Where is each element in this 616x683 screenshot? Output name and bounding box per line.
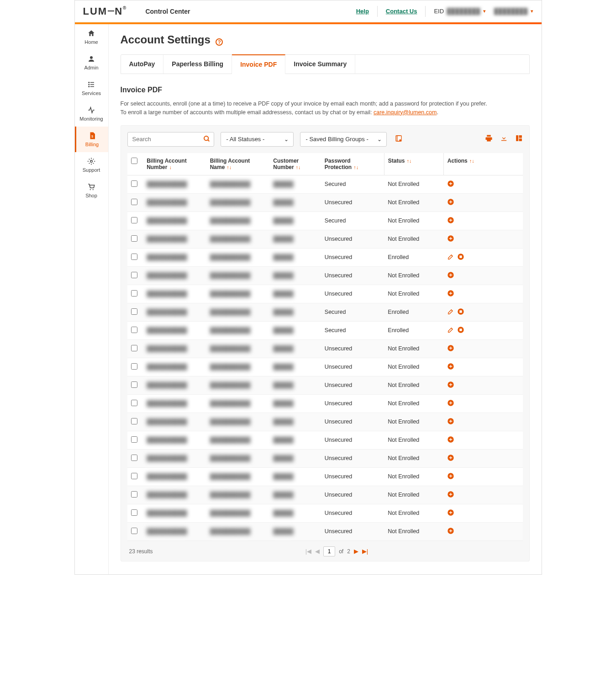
cust-cell: █████ — [273, 400, 293, 407]
group-filter[interactable]: - Saved Billing Groups - ⌄ — [300, 132, 387, 147]
sidebar-item-monitoring[interactable]: Monitoring — [75, 101, 108, 127]
row-checkbox[interactable] — [131, 363, 137, 370]
svg-rect-18 — [519, 138, 521, 141]
column-label: Billing Account Number — [147, 158, 187, 170]
column-header[interactable]: Actions↑↓ — [443, 153, 522, 175]
email-link[interactable]: care.inquiry@lumen.com — [374, 109, 437, 116]
select-all-checkbox[interactable] — [131, 158, 137, 164]
row-checkbox[interactable] — [131, 509, 137, 516]
prev-page-button[interactable]: ◀ — [315, 548, 320, 555]
sidebar-item-shop[interactable]: Shop — [75, 178, 108, 203]
row-checkbox[interactable] — [131, 254, 137, 260]
actions-cell — [443, 321, 522, 339]
print-icon[interactable] — [485, 134, 493, 144]
row-checkbox[interactable] — [131, 473, 137, 479]
row-checkbox[interactable] — [131, 491, 137, 498]
search-icon[interactable] — [203, 135, 211, 144]
column-header[interactable]: Status↑↓ — [384, 153, 443, 175]
table-panel: - All Statuses - ⌄ - Saved Billing Group… — [121, 125, 530, 561]
columns-icon[interactable] — [515, 134, 523, 144]
sidebar-item-label: Billing — [85, 142, 99, 147]
unenroll-icon[interactable] — [457, 308, 464, 315]
row-checkbox[interactable] — [131, 180, 137, 187]
last-page-button[interactable]: ▶| — [362, 548, 368, 555]
user-menu[interactable]: ████████ ▾ — [494, 8, 533, 15]
column-header[interactable]: Billing Account Name↑↓ — [206, 153, 270, 175]
add-icon[interactable] — [447, 472, 454, 480]
add-icon[interactable] — [447, 198, 454, 206]
name-cell: ██████████ — [210, 181, 251, 187]
status-cell: Enrolled — [384, 303, 443, 321]
tab-paperless-billing[interactable]: Paperless Billing — [163, 55, 232, 74]
row-checkbox[interactable] — [131, 327, 137, 333]
add-icon[interactable] — [447, 235, 454, 242]
row-checkbox[interactable] — [131, 272, 137, 278]
sidebar-item-support[interactable]: Support — [75, 152, 108, 178]
add-icon[interactable] — [447, 436, 454, 443]
actions-cell — [443, 248, 522, 266]
tab-autopay[interactable]: AutoPay — [121, 55, 164, 74]
column-header[interactable]: Billing Account Number↓ — [143, 153, 206, 175]
add-icon[interactable] — [447, 344, 454, 352]
sidebar-item-home[interactable]: Home — [75, 24, 108, 50]
eid-menu[interactable]: EID ████████ ▾ — [434, 8, 485, 15]
add-icon[interactable] — [447, 290, 454, 297]
column-header[interactable]: Customer Number↑↓ — [269, 153, 321, 175]
row-checkbox[interactable] — [131, 308, 137, 315]
row-checkbox[interactable] — [131, 418, 137, 424]
help-link[interactable]: Help — [356, 8, 369, 15]
add-icon[interactable] — [447, 363, 454, 370]
save-group-icon[interactable] — [395, 135, 402, 144]
ban-cell: ██████████ — [147, 455, 187, 461]
row-checkbox[interactable] — [131, 345, 137, 351]
status-cell: Not Enrolled — [384, 175, 443, 193]
add-icon[interactable] — [447, 527, 454, 535]
status-filter[interactable]: - All Statuses - ⌄ — [221, 132, 294, 147]
row-checkbox[interactable] — [131, 455, 137, 461]
ban-cell: ██████████ — [147, 528, 187, 535]
user-name: ████████ — [494, 8, 528, 15]
add-icon[interactable] — [447, 454, 454, 461]
add-icon[interactable] — [447, 271, 454, 279]
add-icon[interactable] — [447, 180, 454, 187]
tab-invoice-summary[interactable]: Invoice Summary — [285, 55, 355, 74]
status-cell: Not Enrolled — [384, 339, 443, 358]
add-icon[interactable] — [447, 399, 454, 407]
ban-cell: ██████████ — [147, 473, 187, 480]
row-checkbox[interactable] — [131, 235, 137, 242]
row-checkbox[interactable] — [131, 217, 137, 223]
download-icon[interactable] — [500, 134, 508, 144]
edit-icon[interactable] — [447, 253, 454, 260]
search-input[interactable] — [127, 132, 214, 147]
add-icon[interactable] — [447, 509, 454, 516]
password-cell: Unsecured — [321, 285, 384, 303]
unenroll-icon[interactable] — [457, 326, 464, 334]
cust-cell: █████ — [273, 455, 293, 461]
contact-link[interactable]: Contact Us — [386, 8, 417, 15]
sidebar-item-billing[interactable]: $Billing — [75, 127, 108, 152]
sidebar-item-label: Shop — [85, 193, 97, 198]
row-checkbox[interactable] — [131, 381, 137, 388]
next-page-button[interactable]: ▶ — [354, 548, 358, 555]
row-checkbox[interactable] — [131, 436, 137, 443]
add-icon[interactable] — [447, 491, 454, 498]
first-page-button[interactable]: |◀ — [305, 548, 311, 555]
tab-invoice-pdf[interactable]: Invoice PDF — [232, 54, 285, 74]
help-icon[interactable]: ? — [216, 38, 223, 46]
row-checkbox[interactable] — [131, 528, 137, 534]
edit-icon[interactable] — [447, 326, 454, 334]
add-icon[interactable] — [447, 217, 454, 224]
svg-point-2 — [88, 84, 90, 85]
add-icon[interactable] — [447, 418, 454, 425]
sort-icon: ↑↓ — [407, 158, 412, 164]
unenroll-icon[interactable] — [457, 253, 464, 260]
column-header[interactable]: Password Protection↑↓ — [321, 153, 384, 175]
page-input[interactable] — [323, 546, 335, 556]
row-checkbox[interactable] — [131, 400, 137, 406]
sidebar-item-services[interactable]: Services — [75, 75, 108, 101]
row-checkbox[interactable] — [131, 199, 137, 205]
add-icon[interactable] — [447, 381, 454, 388]
edit-icon[interactable] — [447, 308, 454, 315]
sidebar-item-admin[interactable]: Admin — [75, 50, 108, 75]
row-checkbox[interactable] — [131, 290, 137, 296]
